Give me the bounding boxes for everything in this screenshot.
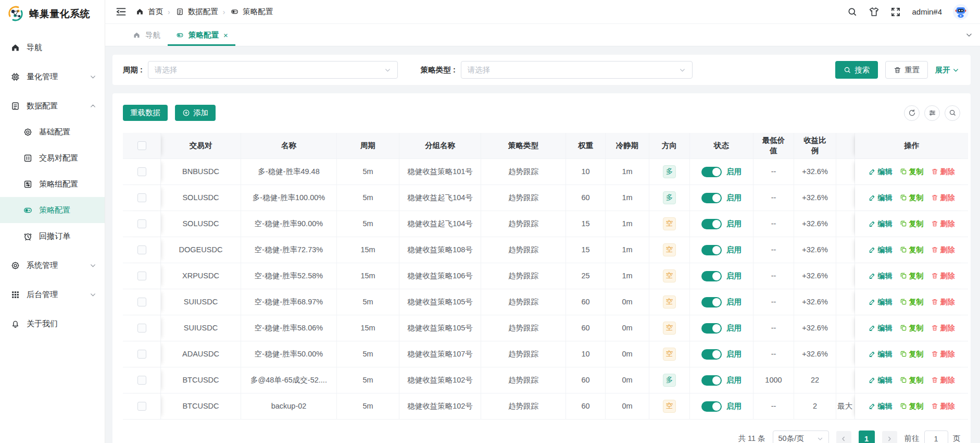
- row-checkbox[interactable]: [137, 219, 146, 228]
- delete-link[interactable]: 删除: [931, 323, 955, 333]
- refresh-icon[interactable]: [904, 105, 920, 121]
- sidebar-item-2[interactable]: 数据配置: [0, 93, 105, 119]
- next-page-button[interactable]: [882, 431, 897, 443]
- status-toggle[interactable]: [701, 297, 722, 307]
- sidebar-subitem-3[interactable]: 策略配置: [0, 197, 105, 223]
- copy-link[interactable]: 复制: [900, 323, 924, 333]
- status-toggle[interactable]: [701, 167, 722, 177]
- copy-link[interactable]: 复制: [900, 349, 924, 359]
- edit-link[interactable]: 编辑: [869, 375, 893, 385]
- sidebar-subitem-0[interactable]: 基础配置: [0, 119, 105, 145]
- row-checkbox[interactable]: [137, 324, 146, 333]
- status-toggle[interactable]: [701, 349, 722, 360]
- copy-link[interactable]: 复制: [900, 219, 924, 229]
- status-toggle[interactable]: [701, 271, 722, 281]
- edit-link[interactable]: 编辑: [869, 219, 893, 229]
- period-select[interactable]: 请选择: [148, 61, 398, 79]
- copy-link[interactable]: 复制: [900, 167, 924, 177]
- cell-extra: 最大: [836, 393, 855, 419]
- sidebar-item-3[interactable]: 系统管理: [0, 252, 105, 278]
- status-toggle[interactable]: [701, 219, 722, 229]
- cell-status: 启用: [690, 367, 753, 393]
- sidebar-item-4[interactable]: 后台管理: [0, 281, 105, 307]
- edit-link[interactable]: 编辑: [869, 297, 893, 307]
- strategy-type-select[interactable]: 请选择: [461, 61, 693, 79]
- column-header-actions: 操作: [855, 133, 968, 158]
- tab-1[interactable]: 策略配置×: [168, 24, 235, 46]
- edit-link[interactable]: 编辑: [869, 323, 893, 333]
- sidebar-menu: 导航 量化管理 数据配置 基础配置 交易对配置 策略组配置 策略配置 回撤订单 …: [0, 28, 105, 337]
- row-checkbox[interactable]: [137, 350, 146, 359]
- add-button[interactable]: 添加: [175, 105, 216, 121]
- sidebar-collapse-icon[interactable]: [116, 6, 127, 17]
- avatar[interactable]: [953, 4, 969, 20]
- sidebar-item-0[interactable]: 导航: [0, 34, 105, 60]
- status-toggle[interactable]: [701, 375, 722, 386]
- edit-link[interactable]: 编辑: [869, 167, 893, 177]
- cell-group: 稳健收益起飞104号: [399, 211, 481, 237]
- username[interactable]: admin#4: [912, 7, 942, 16]
- row-checkbox[interactable]: [137, 245, 146, 254]
- cell-actions: 编辑 复制 删除: [855, 289, 968, 315]
- select-all-checkbox[interactable]: [137, 141, 146, 150]
- delete-link[interactable]: 删除: [931, 297, 955, 307]
- status-toggle[interactable]: [701, 323, 722, 334]
- sidebar-subitem-2[interactable]: 策略组配置: [0, 171, 105, 197]
- goto-page-input[interactable]: [924, 430, 948, 443]
- delete-link[interactable]: 删除: [931, 219, 955, 229]
- row-checkbox[interactable]: [137, 167, 146, 176]
- copy-link[interactable]: 复制: [900, 245, 924, 255]
- delete-link[interactable]: 删除: [931, 271, 955, 281]
- row-checkbox[interactable]: [137, 376, 146, 385]
- delete-link[interactable]: 删除: [931, 349, 955, 359]
- copy-link[interactable]: 复制: [900, 193, 924, 203]
- row-checkbox[interactable]: [137, 298, 146, 306]
- prev-page-button[interactable]: [836, 431, 851, 443]
- reload-data-button[interactable]: 重载数据: [123, 105, 168, 121]
- copy-link[interactable]: 复制: [900, 401, 924, 411]
- row-checkbox[interactable]: [137, 193, 146, 202]
- sidebar-subitem-1[interactable]: 交易对配置: [0, 145, 105, 171]
- sidebar-item-1[interactable]: 量化管理: [0, 64, 105, 90]
- breadcrumb-item-1[interactable]: 数据配置: [175, 7, 218, 17]
- delete-link[interactable]: 删除: [931, 245, 955, 255]
- theme-tshirt-icon[interactable]: [869, 6, 880, 17]
- copy-link[interactable]: 复制: [900, 271, 924, 281]
- status-toggle[interactable]: [701, 193, 722, 203]
- expand-toggle[interactable]: 展开: [935, 65, 959, 75]
- fullscreen-icon[interactable]: [890, 7, 901, 17]
- tab-0[interactable]: 导航: [124, 24, 168, 46]
- page-number-current[interactable]: 1: [859, 430, 875, 443]
- row-checkbox[interactable]: [137, 272, 146, 280]
- copy-link[interactable]: 复制: [900, 375, 924, 385]
- delete-link[interactable]: 删除: [931, 167, 955, 177]
- status-toggle[interactable]: [701, 401, 722, 412]
- cell-period: 5m: [337, 289, 399, 315]
- column-settings-icon[interactable]: [924, 105, 940, 121]
- search-icon[interactable]: [847, 7, 858, 17]
- table-row-4: XRPUSDC空-稳健-胜率52.58%15m稳健收益策略106号趋势跟踪251…: [123, 263, 968, 289]
- delete-link[interactable]: 删除: [931, 375, 955, 385]
- delete-link[interactable]: 删除: [931, 401, 955, 411]
- breadcrumb-item-0[interactable]: 首页: [135, 7, 163, 17]
- sidebar-subitem-label: 基础配置: [39, 127, 96, 137]
- edit-link[interactable]: 编辑: [869, 401, 893, 411]
- reset-button[interactable]: 重置: [885, 61, 928, 79]
- tab-close-icon[interactable]: ×: [223, 31, 228, 40]
- search-button[interactable]: 搜索: [835, 61, 878, 79]
- edit-link[interactable]: 编辑: [869, 271, 893, 281]
- table-search-icon[interactable]: [945, 105, 960, 121]
- edit-link[interactable]: 编辑: [869, 349, 893, 359]
- status-toggle[interactable]: [701, 245, 722, 255]
- edit-link[interactable]: 编辑: [869, 193, 893, 203]
- tab-options-chevron-icon[interactable]: [965, 24, 973, 46]
- copy-link[interactable]: 复制: [900, 297, 924, 307]
- breadcrumb-item-2[interactable]: 策略配置: [230, 7, 273, 17]
- page-size-select[interactable]: 50条/页: [773, 430, 829, 443]
- edit-link[interactable]: 编辑: [869, 245, 893, 255]
- sidebar-item-5[interactable]: 关于我们: [0, 311, 105, 337]
- breadcrumb: 首页›数据配置›策略配置: [135, 7, 273, 17]
- sidebar-subitem-4[interactable]: 回撤订单: [0, 223, 105, 249]
- row-checkbox[interactable]: [137, 402, 146, 411]
- delete-link[interactable]: 删除: [931, 193, 955, 203]
